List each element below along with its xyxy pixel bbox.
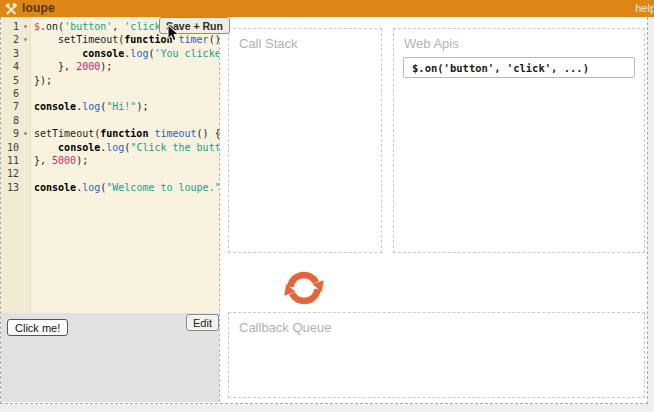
web-apis-label: Web Apis (394, 29, 644, 51)
code-text (34, 167, 219, 180)
fold-arrow-icon (19, 47, 34, 60)
header-bar: loupe help (0, 0, 654, 17)
line-number: 13 (1, 181, 19, 194)
code-text: }, 5000); (34, 154, 219, 167)
hammer-and-pick-icon (5, 2, 18, 15)
line-number: 5 (1, 74, 19, 87)
left-panel: 1▾$.on('button', 'click', function onCli… (1, 17, 220, 402)
line-number: 1 (1, 20, 19, 33)
code-text: console.log('You clicked the button!'); (34, 47, 219, 60)
app-title: loupe (22, 1, 55, 15)
line-number: 9 (1, 127, 19, 140)
line-number: 4 (1, 60, 19, 73)
code-line-7[interactable]: 7console.log("Hi!"); (1, 100, 219, 113)
fold-arrow-icon[interactable]: ▾ (19, 33, 34, 46)
fold-arrow-icon (19, 100, 34, 113)
web-api-item: $.on('button', 'click', ...) (403, 57, 635, 78)
code-text (34, 87, 219, 100)
demo-output-area: Click me! Edit (1, 313, 219, 402)
code-line-10[interactable]: 10 console.log("Click the button!"); (1, 141, 219, 154)
code-text (34, 114, 219, 127)
fold-arrow-icon (19, 60, 34, 73)
code-line-9[interactable]: 9▾setTimeout(function timeout() { (1, 127, 219, 140)
code-lines: 1▾$.on('button', 'click', function onCli… (1, 20, 219, 194)
fold-arrow-icon (19, 87, 34, 100)
fold-arrow-icon (19, 154, 34, 167)
fold-arrow-icon (19, 167, 34, 180)
code-line-4[interactable]: 4 }, 2000); (1, 60, 219, 73)
event-loop-icon (283, 267, 325, 309)
line-number: 10 (1, 141, 19, 154)
web-apis-panel: Web Apis $.on('button', 'click', ...) (393, 28, 645, 253)
main-area: 1▾$.on('button', 'click', function onCli… (0, 17, 648, 404)
callback-queue-label: Callback Queue (229, 313, 644, 335)
fold-arrow-icon (19, 141, 34, 154)
code-line-5[interactable]: 5}); (1, 74, 219, 87)
callback-queue-panel: Callback Queue (228, 312, 645, 398)
code-text: }); (34, 74, 219, 87)
code-text: }, 2000); (34, 60, 219, 73)
code-editor[interactable]: 1▾$.on('button', 'click', function onCli… (1, 17, 219, 313)
line-number: 7 (1, 100, 19, 113)
code-text: console.log("Click the button!"); (34, 141, 219, 154)
fold-arrow-icon[interactable]: ▾ (19, 127, 34, 140)
edit-button[interactable]: Edit (186, 314, 219, 331)
loupe-app: loupe help 1▾$.on('button', 'click', fun… (0, 0, 654, 412)
code-line-3[interactable]: 3 console.log('You clicked the button!')… (1, 47, 219, 60)
code-line-6[interactable]: 6 (1, 87, 219, 100)
call-stack-panel: Call Stack (228, 28, 382, 253)
code-text: console.log("Hi!"); (34, 100, 219, 113)
code-line-12[interactable]: 12 (1, 167, 219, 180)
code-text: setTimeout(function timer() { (34, 33, 219, 46)
code-text: console.log("Welcome to loupe."); (34, 181, 219, 194)
line-number: 2 (1, 33, 19, 46)
line-number: 8 (1, 114, 19, 127)
click-me-button[interactable]: Click me! (7, 319, 68, 336)
code-text: setTimeout(function timeout() { (34, 127, 219, 140)
line-number: 12 (1, 167, 19, 180)
fold-arrow-icon (19, 74, 34, 87)
line-number: 6 (1, 87, 19, 100)
fold-arrow-icon[interactable]: ▾ (19, 20, 34, 33)
help-link[interactable]: help (635, 2, 654, 14)
call-stack-label: Call Stack (229, 29, 381, 51)
line-number: 11 (1, 154, 19, 167)
code-line-8[interactable]: 8 (1, 114, 219, 127)
code-line-2[interactable]: 2▾ setTimeout(function timer() { (1, 33, 219, 46)
save-run-button[interactable]: Save + Run (159, 17, 230, 34)
code-line-11[interactable]: 11}, 5000); (1, 154, 219, 167)
code-line-13[interactable]: 13console.log("Welcome to loupe."); (1, 181, 219, 194)
fold-arrow-icon (19, 181, 34, 194)
fold-arrow-icon (19, 114, 34, 127)
line-number: 3 (1, 47, 19, 60)
